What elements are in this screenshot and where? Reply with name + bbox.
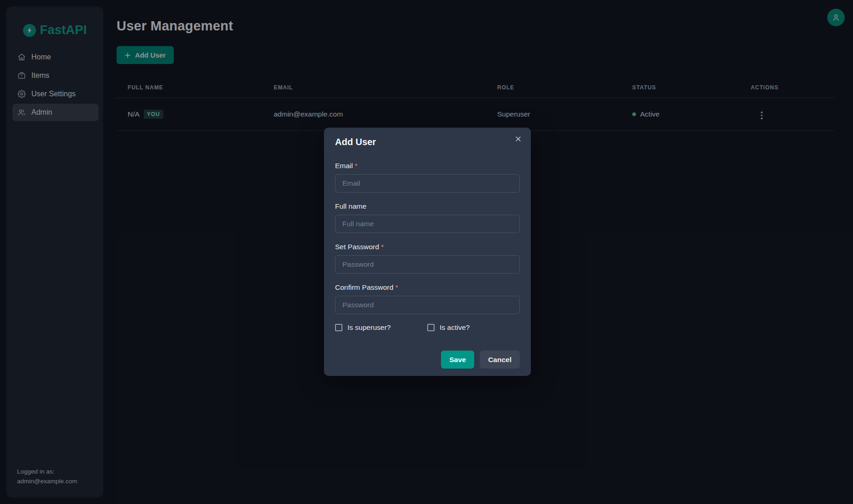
full-name-field[interactable] [335, 215, 520, 233]
set-password-field-group: Set Password* [335, 242, 520, 274]
checkbox-icon [335, 324, 342, 331]
email-field-label: Email [335, 162, 353, 170]
modal-body: Email* Full name Set Password* Confirm P… [335, 161, 520, 332]
is-active-label: Is active? [440, 323, 470, 332]
email-field-group: Email* [335, 161, 520, 193]
set-password-field[interactable] [335, 255, 520, 274]
save-button[interactable]: Save [441, 351, 474, 369]
full-name-field-label: Full name [335, 202, 366, 210]
checkbox-icon [427, 324, 435, 331]
close-icon [515, 135, 522, 142]
confirm-password-field-label: Confirm Password [335, 283, 394, 291]
cancel-button[interactable]: Cancel [480, 351, 520, 369]
confirm-password-field[interactable] [335, 296, 520, 314]
required-asterisk: * [355, 162, 358, 170]
required-asterisk: * [381, 243, 384, 251]
full-name-field-group: Full name [335, 202, 520, 233]
app-screen: FastAPI Home Items User Settings [0, 0, 853, 504]
checkbox-row: Is superuser? Is active? [335, 323, 520, 332]
modal-close-button[interactable] [511, 131, 525, 146]
is-superuser-checkbox[interactable]: Is superuser? [335, 323, 427, 332]
modal-footer: Save Cancel [441, 351, 520, 369]
is-active-checkbox[interactable]: Is active? [427, 323, 520, 332]
is-superuser-label: Is superuser? [347, 323, 391, 332]
confirm-password-field-group: Confirm Password* [335, 283, 520, 314]
required-asterisk: * [395, 283, 398, 291]
email-field[interactable] [335, 174, 520, 193]
modal-title: Add User [335, 135, 376, 148]
add-user-modal: Add User Email* Full name Set Password* … [324, 128, 531, 376]
set-password-field-label: Set Password [335, 243, 379, 251]
